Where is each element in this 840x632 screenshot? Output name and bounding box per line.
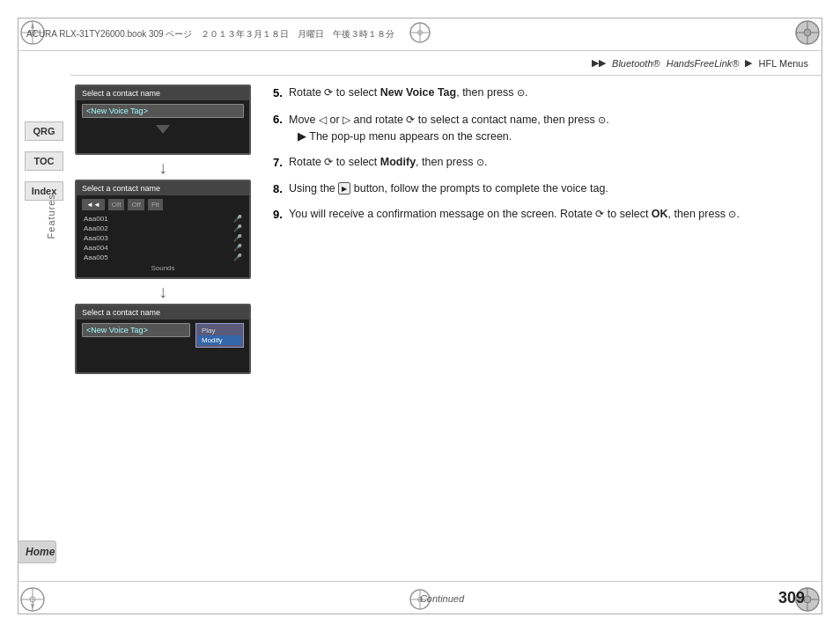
screen1: Select a contact name <New Voice Tag> <box>75 85 251 155</box>
between-arrow-2: ↓ <box>158 279 167 304</box>
instruction-7-text: Rotate ⟳ to select Modify, then press ⊙. <box>289 154 814 172</box>
bottom-bar: Continued 309 <box>18 581 822 614</box>
breadcrumb-part2: HandsFreeLink® <box>667 58 740 69</box>
instruction-6-number: 6. <box>273 111 289 146</box>
sidebar-index-button[interactable]: Index <box>25 181 63 201</box>
sidebar-toc-button[interactable]: TOC <box>25 151 63 171</box>
contact-row-3: Aaa003 🎤 <box>82 233 244 243</box>
instruction-8-number: 8. <box>273 180 289 198</box>
instructions-column: 5. Rotate ⟳ to select New Voice Tag, the… <box>273 76 822 581</box>
screen3: Select a contact name <New Voice Tag> Pl… <box>75 304 251 374</box>
nav-btn-prev: ◄◄ <box>82 199 105 210</box>
instruction-6: 6. Move ◁ or ▷ and rotate ⟳ to select a … <box>273 111 814 146</box>
top-bar-text: ACURA RLX-31TY26000.book 309 ページ ２０１３年３月… <box>26 28 814 40</box>
mic-icon-1: 🎤 <box>233 215 242 223</box>
screen1-body: <New Voice Tag> <box>77 100 249 153</box>
instruction-7: 7. Rotate ⟳ to select Modify, then press… <box>273 154 814 172</box>
main-content: Select a contact name <New Voice Tag> ↓ … <box>70 76 822 581</box>
inline-button-icon: ▶ <box>338 182 350 195</box>
breadcrumb-arrows2: ▶ <box>742 57 755 69</box>
screen1-title: Select a contact name <box>77 86 249 100</box>
screen3-body: <New Voice Tag> Play Modify <box>77 320 249 372</box>
screen2-footer: Sounds <box>82 262 244 274</box>
screen2: Select a contact name ◄◄ Off Off Flt Aaa… <box>75 180 251 279</box>
instruction-8-text: Using the ▶ button, follow the prompts t… <box>289 180 814 198</box>
nav-off1: Off <box>108 199 125 210</box>
contact-row-4: Aaa004 🎤 <box>82 243 244 253</box>
screen2-title: Select a contact name <box>77 181 249 195</box>
mic-icon-4: 🎤 <box>233 244 242 252</box>
instruction-9-text: You will receive a confirmation message … <box>289 206 814 224</box>
instruction-8: 8. Using the ▶ button, follow the prompt… <box>273 180 814 198</box>
contact-row-2: Aaa002 🎤 <box>82 224 244 233</box>
mic-icon-2: 🎤 <box>233 224 242 232</box>
instruction-9: 9. You will receive a confirmation messa… <box>273 206 814 224</box>
sidebar-home-button[interactable]: Home <box>18 540 56 563</box>
instruction-7-number: 7. <box>273 154 289 172</box>
popup-modify: Modify <box>198 335 241 345</box>
screen1-down-arrow <box>82 121 244 137</box>
nav-off2: Off <box>128 199 144 210</box>
contact-row-5: Aaa005 🎤 <box>82 253 244 262</box>
sidebar-qrg-button[interactable]: QRG <box>25 121 63 141</box>
instruction-5: 5. Rotate ⟳ to select New Voice Tag, the… <box>273 85 814 102</box>
top-bar: ACURA RLX-31TY26000.book 309 ページ ２０１３年３月… <box>18 18 822 51</box>
continued-label: Continued <box>106 593 778 604</box>
instruction-5-text: Rotate ⟳ to select New Voice Tag, then p… <box>289 85 814 102</box>
contact-row-1: Aaa001 🎤 <box>82 214 244 224</box>
breadcrumb-bar: ▶▶ Bluetooth® HandsFreeLink® ▶ HFL Menus <box>70 51 822 76</box>
mic-icon-5: 🎤 <box>233 254 242 261</box>
breadcrumb-arrows1: ▶▶ <box>592 57 606 69</box>
mic-icon-3: 🎤 <box>233 234 242 242</box>
screen1-input: <New Voice Tag> <box>82 104 244 118</box>
popup-play: Play <box>198 326 241 335</box>
between-arrow-1: ↓ <box>158 155 167 180</box>
screen3-input: <New Voice Tag> <box>82 323 190 337</box>
screen2-nav-row: ◄◄ Off Off Flt <box>82 199 244 210</box>
instruction-9-number: 9. <box>273 206 289 224</box>
nav-flt: Flt <box>148 199 163 210</box>
instruction-5-number: 5. <box>273 85 289 102</box>
page-number: 309 <box>778 589 805 607</box>
screens-column: Select a contact name <New Voice Tag> ↓ … <box>70 76 255 581</box>
instruction-6-text: Move ◁ or ▷ and rotate ⟳ to select a con… <box>289 114 609 143</box>
sidebar-features-label: Features <box>46 194 56 239</box>
breadcrumb-part3: HFL Menus <box>759 58 808 69</box>
screen3-title: Select a contact name <box>77 305 249 320</box>
sidebar: QRG TOC Index Home <box>18 51 70 581</box>
breadcrumb-part1: Bluetooth® <box>609 58 663 69</box>
screen2-body: ◄◄ Off Off Flt Aaa001 🎤 Aaa002 🎤 Aaa003 … <box>77 195 249 277</box>
